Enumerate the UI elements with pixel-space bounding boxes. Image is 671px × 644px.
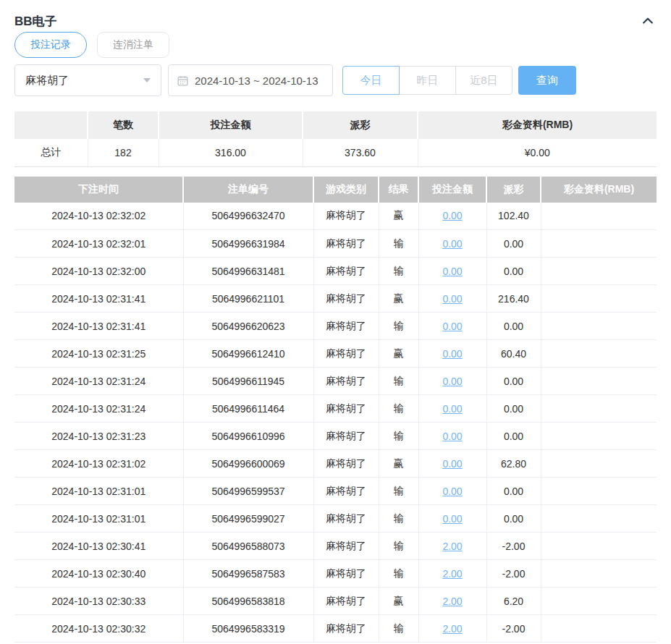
tab-bet-records[interactable]: 投注记录 bbox=[14, 32, 87, 58]
quick-btn-last-8-days[interactable]: 近8日 bbox=[455, 66, 512, 95]
cell-payout: 0.00 bbox=[486, 423, 541, 450]
cell-bet-amount: 2.00 bbox=[418, 588, 486, 615]
bet-amount-link[interactable]: 0.00 bbox=[442, 486, 462, 497]
cell-result: 输 bbox=[379, 258, 418, 285]
cell-game-type: 麻将胡了 bbox=[313, 285, 379, 313]
table-row: 2024-10-13 02:32:01 5064996631984 麻将胡了 输… bbox=[14, 230, 657, 258]
cell-jackpot bbox=[541, 560, 657, 588]
collapse-button[interactable] bbox=[639, 12, 657, 30]
bet-amount-link[interactable]: 2.00 bbox=[442, 623, 462, 635]
records-header-row: 下注时间 注单编号 游戏类别 结果 投注金额 派彩 彩金资料(RMB) bbox=[14, 177, 657, 203]
quick-btn-yesterday[interactable]: 昨日 bbox=[399, 66, 456, 95]
bet-amount-link[interactable]: 0.00 bbox=[442, 376, 462, 387]
cell-bet-time: 2024-10-13 02:31:01 bbox=[14, 505, 183, 533]
cell-result: 输 bbox=[379, 560, 418, 588]
cell-bet-time: 2024-10-13 02:30:41 bbox=[14, 533, 183, 560]
game-select-value: 麻将胡了 bbox=[25, 74, 69, 88]
bet-amount-link[interactable]: 2.00 bbox=[442, 596, 462, 607]
cell-payout: 0.00 bbox=[486, 395, 541, 423]
table-row: 2024-10-13 02:31:41 5064996620623 麻将胡了 输… bbox=[14, 313, 657, 340]
summary-table: 笔数 投注金额 派彩 彩金资料(RMB) 总计 182 316.00 373.6… bbox=[14, 111, 657, 167]
cell-jackpot bbox=[541, 230, 657, 258]
cell-bet-time: 2024-10-13 02:30:40 bbox=[14, 560, 183, 588]
cell-payout: 0.00 bbox=[486, 368, 541, 395]
bet-amount-link[interactable]: 0.00 bbox=[442, 403, 462, 415]
col-jackpot: 彩金资料(RMB) bbox=[541, 177, 657, 203]
summary-header-row: 笔数 投注金额 派彩 彩金资料(RMB) bbox=[14, 111, 657, 139]
bet-amount-link[interactable]: 0.00 bbox=[442, 238, 462, 250]
cell-game-type: 麻将胡了 bbox=[313, 230, 379, 258]
date-range-value: 2024-10-13 ~ 2024-10-13 bbox=[195, 75, 318, 87]
cell-order-id: 5064996599537 bbox=[183, 478, 313, 505]
search-button[interactable]: 查询 bbox=[518, 66, 576, 95]
bet-amount-link[interactable]: 0.00 bbox=[442, 293, 462, 305]
cell-game-type: 麻将胡了 bbox=[313, 340, 379, 368]
summary-total-bet-amount: 316.00 bbox=[159, 139, 303, 166]
cell-bet-amount: 0.00 bbox=[418, 423, 486, 450]
cell-bet-time: 2024-10-13 02:32:00 bbox=[14, 258, 183, 285]
bet-amount-link[interactable]: 0.00 bbox=[442, 458, 462, 470]
tab-cancelled-orders[interactable]: 连消注单 bbox=[97, 32, 169, 58]
records-table: 下注时间 注单编号 游戏类别 结果 投注金额 派彩 彩金资料(RMB) 2024… bbox=[14, 177, 657, 643]
cell-order-id: 5064996631984 bbox=[183, 230, 313, 258]
cell-payout: 0.00 bbox=[486, 258, 541, 285]
bet-amount-link[interactable]: 2.00 bbox=[442, 568, 462, 580]
cell-game-type: 麻将胡了 bbox=[313, 258, 379, 285]
tab-bar: 投注记录 连消注单 bbox=[14, 32, 657, 58]
summary-col-bet-amount: 投注金额 bbox=[159, 111, 303, 139]
cell-order-id: 5064996620623 bbox=[183, 313, 313, 340]
cell-bet-amount: 0.00 bbox=[418, 313, 486, 340]
cell-result: 输 bbox=[379, 533, 418, 560]
cell-order-id: 5064996611464 bbox=[183, 395, 313, 423]
table-row: 2024-10-13 02:31:01 5064996599537 麻将胡了 输… bbox=[14, 478, 657, 505]
col-payout: 派彩 bbox=[486, 177, 541, 203]
table-row: 2024-10-13 02:30:40 5064996587583 麻将胡了 输… bbox=[14, 560, 657, 588]
cell-bet-amount: 2.00 bbox=[418, 615, 486, 643]
cell-game-type: 麻将胡了 bbox=[313, 588, 379, 615]
game-select[interactable]: 麻将胡了 bbox=[14, 64, 161, 96]
cell-payout: -2.00 bbox=[486, 615, 541, 643]
col-result: 结果 bbox=[379, 177, 418, 203]
cell-result: 输 bbox=[379, 395, 418, 423]
cell-result: 赢 bbox=[379, 203, 418, 230]
table-row: 2024-10-13 02:31:01 5064996599027 麻将胡了 输… bbox=[14, 505, 657, 533]
cell-order-id: 5064996599027 bbox=[183, 505, 313, 533]
cell-order-id: 5064996632470 bbox=[183, 203, 313, 230]
chevron-down-icon bbox=[143, 78, 151, 82]
chevron-up-icon bbox=[641, 14, 655, 28]
panel-bb-electronics: BB电子 投注记录 连消注单 麻将胡了 2024-10-13 ~ 2024-10… bbox=[0, 0, 671, 643]
cell-jackpot bbox=[541, 340, 657, 368]
summary-total-row: 总计 182 316.00 373.60 ¥0.00 bbox=[14, 139, 657, 166]
table-row: 2024-10-13 02:30:33 5064996583818 麻将胡了 赢… bbox=[14, 588, 657, 615]
cell-jackpot bbox=[541, 450, 657, 478]
bet-amount-link[interactable]: 0.00 bbox=[442, 431, 462, 442]
cell-jackpot bbox=[541, 258, 657, 285]
cell-result: 输 bbox=[379, 505, 418, 533]
cell-payout: 0.00 bbox=[486, 313, 541, 340]
cell-game-type: 麻将胡了 bbox=[313, 203, 379, 230]
summary-col-payout: 派彩 bbox=[303, 111, 418, 139]
table-row: 2024-10-13 02:30:41 5064996588073 麻将胡了 输… bbox=[14, 533, 657, 560]
cell-bet-time: 2024-10-13 02:31:24 bbox=[14, 368, 183, 395]
col-game-type: 游戏类别 bbox=[313, 177, 379, 203]
panel-header: BB电子 bbox=[14, 0, 657, 32]
quick-btn-today[interactable]: 今日 bbox=[342, 66, 400, 95]
summary-total-label: 总计 bbox=[14, 139, 88, 166]
cell-jackpot bbox=[541, 368, 657, 395]
cell-payout: 60.40 bbox=[486, 340, 541, 368]
cell-result: 输 bbox=[379, 230, 418, 258]
cell-order-id: 5064996610996 bbox=[183, 423, 313, 450]
cell-game-type: 麻将胡了 bbox=[313, 395, 379, 423]
cell-order-id: 5064996621101 bbox=[183, 285, 313, 313]
bet-amount-link[interactable]: 0.00 bbox=[442, 266, 462, 277]
bet-amount-link[interactable]: 0.00 bbox=[442, 348, 462, 360]
cell-payout: 62.80 bbox=[486, 450, 541, 478]
bet-amount-link[interactable]: 2.00 bbox=[442, 541, 462, 552]
table-row: 2024-10-13 02:31:41 5064996621101 麻将胡了 赢… bbox=[14, 285, 657, 313]
bet-amount-link[interactable]: 0.00 bbox=[442, 513, 462, 525]
bet-amount-link[interactable]: 0.00 bbox=[442, 210, 462, 221]
bet-amount-link[interactable]: 0.00 bbox=[442, 321, 462, 332]
date-range-input[interactable]: 2024-10-13 ~ 2024-10-13 bbox=[168, 64, 333, 96]
cell-result: 赢 bbox=[379, 450, 418, 478]
cell-bet-time: 2024-10-13 02:31:01 bbox=[14, 478, 183, 505]
